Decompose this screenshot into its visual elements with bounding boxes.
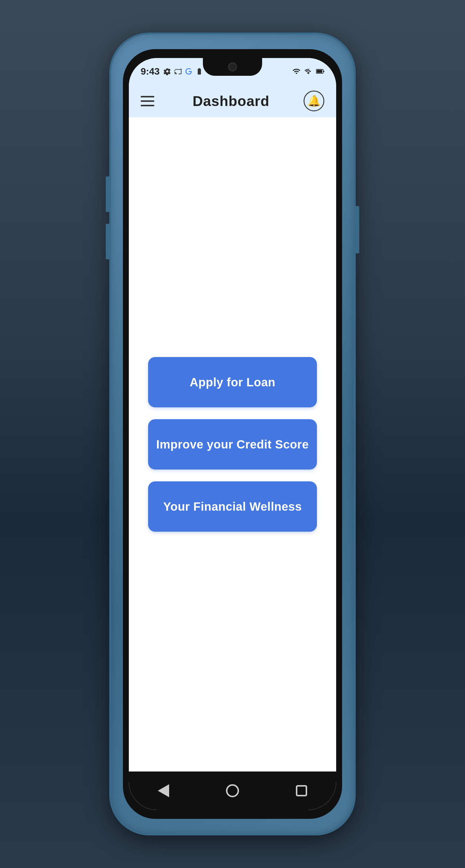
financial-wellness-label: Your Financial Wellness: [163, 500, 302, 513]
hamburger-line-1: [141, 96, 154, 97]
phone-outer: 9:43: [111, 34, 354, 834]
financial-wellness-button[interactable]: Your Financial Wellness: [148, 482, 317, 532]
home-icon: [226, 784, 239, 797]
main-content: Apply for Loan Improve your Credit Score…: [129, 117, 336, 772]
status-left: 9:43: [141, 66, 203, 77]
battery-icon: [316, 67, 324, 75]
improve-credit-label: Improve your Credit Score: [156, 438, 309, 451]
signal-icon: [304, 67, 313, 75]
apply-loan-button[interactable]: Apply for Loan: [148, 357, 317, 407]
app-bar: Dashboard 🔔: [129, 85, 336, 117]
bottom-nav: [129, 772, 336, 810]
improve-credit-button[interactable]: Improve your Credit Score: [148, 419, 317, 469]
bell-icon: 🔔: [308, 95, 321, 107]
phone-inner: 9:43: [123, 49, 342, 819]
settings-icon: [163, 67, 172, 75]
svg-rect-1: [317, 70, 322, 73]
svg-rect-2: [323, 70, 325, 72]
notification-button[interactable]: 🔔: [303, 91, 324, 111]
screen-cast-icon: [174, 67, 182, 75]
recents-button[interactable]: [290, 779, 313, 803]
status-icons-left: [163, 67, 203, 75]
back-icon: [158, 784, 169, 797]
wifi-icon: [292, 67, 301, 75]
hamburger-line-3: [141, 105, 154, 106]
back-button[interactable]: [152, 779, 175, 803]
hamburger-menu-button[interactable]: [141, 92, 158, 110]
status-time: 9:43: [141, 66, 159, 77]
recents-icon: [296, 785, 307, 796]
scene: 9:43: [0, 0, 465, 868]
status-right: [292, 67, 324, 75]
phone-screen: 9:43: [129, 58, 336, 810]
app-title: Dashboard: [193, 93, 269, 109]
home-button[interactable]: [221, 779, 244, 803]
hamburger-line-2: [141, 100, 154, 102]
battery-saver-icon: [195, 67, 203, 75]
google-icon: [184, 67, 193, 75]
notch: [203, 58, 262, 76]
apply-loan-label: Apply for Loan: [190, 376, 275, 389]
camera: [228, 62, 237, 71]
